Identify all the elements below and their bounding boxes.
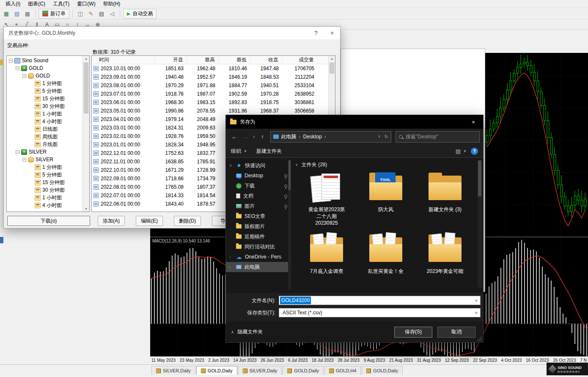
filename-input[interactable]: GOLD43200 ∨ xyxy=(279,296,481,305)
folder-item[interactable]: 乱世买黄金！全 xyxy=(356,231,415,293)
expander-icon[interactable]: − xyxy=(9,59,13,63)
chart-tab[interactable]: GOLD,Daily xyxy=(283,366,324,375)
chevron-icon[interactable]: › xyxy=(229,265,231,269)
tree-item[interactable]: 15 分钟图 xyxy=(7,179,82,186)
scroll-thumb[interactable] xyxy=(289,160,291,190)
chevron-down-icon[interactable]: ∨ xyxy=(475,311,478,315)
sidebar-scrollbar[interactable] xyxy=(288,160,291,290)
back-button[interactable]: ← xyxy=(229,132,239,142)
tree-item[interactable]: 月线图 xyxy=(7,140,82,148)
view-mode-button[interactable]: ▤ ▼ xyxy=(456,148,467,154)
close-button[interactable]: × xyxy=(464,115,483,129)
chart-window-icon[interactable]: ▩ xyxy=(23,9,32,18)
table-row[interactable]: 2023.07.01 00:001918.761987.071902.59197… xyxy=(92,90,328,98)
menu-item[interactable]: 帮助(H) xyxy=(99,0,124,8)
new-chart-icon[interactable]: ▦ xyxy=(2,9,11,18)
sidebar-item[interactable]: 同行活动对比 xyxy=(226,242,291,252)
profiles-icon[interactable]: ▧ xyxy=(12,9,22,18)
hide-folders-button[interactable]: ∧ 隐藏文件夹 xyxy=(231,328,263,336)
table-row[interactable]: 2023.05.01 00:001990.862078.551931.96196… xyxy=(92,107,328,115)
sidebar-item[interactable]: ›此电脑 xyxy=(226,262,291,272)
recent-locations-dropdown-icon[interactable]: ∨ xyxy=(251,135,257,139)
column-header[interactable]: 开盘 xyxy=(155,56,187,64)
dialog-titlebar[interactable]: 历史数据中心: GOLD,Monthly ? × xyxy=(4,27,340,39)
crayon-icon[interactable]: ✎ xyxy=(86,9,96,18)
tree-item[interactable]: −GOLD xyxy=(7,64,82,72)
sidebar-item[interactable]: 文档 xyxy=(226,191,291,201)
save-button[interactable]: 保存(S) xyxy=(394,327,432,338)
search-input[interactable]: 搜索"Desktop" xyxy=(396,131,480,143)
dialog-titlebar[interactable]: 另存为 xyxy=(226,115,483,129)
forward-button[interactable]: → xyxy=(240,132,250,142)
tree-item[interactable]: 30 分钟图 xyxy=(7,102,82,110)
folder-item[interactable]: 新建文件夹 (3) xyxy=(415,170,475,231)
scroll-down-icon[interactable]: ▼ xyxy=(83,207,89,210)
scroll-thumb[interactable] xyxy=(330,63,334,74)
column-header[interactable]: 时间 xyxy=(92,56,155,64)
folder-item[interactable]: 7月底入金调查 xyxy=(297,231,356,293)
sidebar-item[interactable]: ∨快速访问 xyxy=(226,160,291,171)
refresh-icon[interactable]: ↻ xyxy=(385,134,388,140)
column-header[interactable]: 成交量 xyxy=(282,56,318,64)
sound-icon[interactable]: ◁ xyxy=(107,9,117,18)
table-row[interactable]: 2023.06.01 00:001968.301983.151892.83191… xyxy=(92,98,328,107)
tree-item[interactable]: 1 分钟图 xyxy=(7,163,82,171)
address-dropdown-icon[interactable]: ∨ xyxy=(378,134,381,140)
menu-item[interactable]: 工具(T) xyxy=(49,0,73,8)
tree-item[interactable]: −GOLD xyxy=(7,72,82,80)
menu-item[interactable]: 插入(I) xyxy=(2,0,24,8)
expander-icon[interactable]: − xyxy=(16,66,19,70)
files-group-header[interactable]: ∨ 文件夹 (28) xyxy=(295,160,477,170)
sidebar-item[interactable]: SEO文章 xyxy=(226,211,291,221)
scroll-up-icon[interactable]: ▲ xyxy=(329,57,335,60)
expander-icon[interactable]: − xyxy=(22,74,26,78)
tree-item[interactable]: 周线图 xyxy=(7,133,82,140)
tree-item[interactable]: 1 小时图 xyxy=(7,110,82,118)
tree-item[interactable]: −SILVER xyxy=(7,156,82,163)
new-order-button[interactable]: 新订单 xyxy=(38,9,69,19)
sidebar-item[interactable]: ›OneDrive - Pers xyxy=(226,252,291,262)
edit-button[interactable]: 编辑(E) xyxy=(136,216,163,226)
tree-item[interactable]: 1 分钟图 xyxy=(7,80,82,87)
table-row[interactable]: 2023.09.01 00:001940.481952.571846.19184… xyxy=(92,73,328,81)
tree-item[interactable]: 4 小时图 xyxy=(7,118,82,125)
sidebar-item[interactable]: 近期稿件 xyxy=(226,231,291,242)
tree-item[interactable]: 30 分钟图 xyxy=(7,186,82,194)
folder-item[interactable]: 黄金展望2023第 二十八期 20230925 xyxy=(297,170,356,231)
chart-tab[interactable]: SILVER,Daily xyxy=(151,366,195,375)
chart-tab[interactable]: GOLD,Daily xyxy=(196,366,237,375)
up-button[interactable]: ↑ xyxy=(258,132,268,142)
chevron-icon[interactable]: › xyxy=(229,255,231,259)
breadcrumb-item[interactable]: 此电脑 xyxy=(281,133,297,140)
menu-item[interactable]: 图表(C) xyxy=(24,0,49,8)
sidebar-item[interactable]: 下载 xyxy=(226,181,291,191)
sidebar-item[interactable]: 版权图片 xyxy=(226,221,291,231)
scroll-thumb[interactable] xyxy=(84,63,88,113)
expander-icon[interactable]: − xyxy=(16,150,19,154)
new-folder-button[interactable]: 新建文件夹 xyxy=(256,148,282,155)
tree-item[interactable]: 4 小时图 xyxy=(7,201,82,209)
folder-item[interactable]: 2023年黄金可能 xyxy=(415,231,475,293)
autotrading-button[interactable]: ▶ 自动交易 xyxy=(123,9,157,19)
tree-item[interactable]: 5 分钟图 xyxy=(7,171,82,179)
close-button[interactable]: × xyxy=(324,27,340,39)
chart-tab[interactable]: GOLD,H4 xyxy=(324,366,361,375)
table-row[interactable]: 2023.10.01 00:001851.631962.481810.46194… xyxy=(92,64,328,73)
tree-item[interactable]: −SILVER xyxy=(7,148,82,156)
filetype-select[interactable]: ASCII Text (*.csv) ∨ xyxy=(279,308,481,317)
tree-scrollbar[interactable]: ▲ ▼ xyxy=(82,56,89,212)
menu-item[interactable]: 窗口(W) xyxy=(73,0,99,8)
table-row[interactable]: 2023.08.01 00:001970.291971.881884.77194… xyxy=(92,81,328,90)
add-button[interactable]: 添加(A) xyxy=(98,216,125,226)
organize-button[interactable]: 组织 ▼ xyxy=(231,148,247,155)
chevron-icon[interactable]: ∨ xyxy=(229,163,232,168)
delete-button[interactable]: 删除(D) xyxy=(174,216,201,226)
tree-item[interactable]: 日线图 xyxy=(7,125,82,133)
expander-icon[interactable]: − xyxy=(22,158,26,162)
indicators-icon[interactable]: ◫ xyxy=(76,9,85,18)
column-header[interactable]: 最高 xyxy=(187,56,219,64)
files-scrollbar[interactable] xyxy=(478,160,482,287)
help-button[interactable]: ? xyxy=(308,27,324,39)
tree-item[interactable]: 1 小时图 xyxy=(7,194,82,201)
sidebar-item[interactable]: 图片 xyxy=(226,201,291,211)
